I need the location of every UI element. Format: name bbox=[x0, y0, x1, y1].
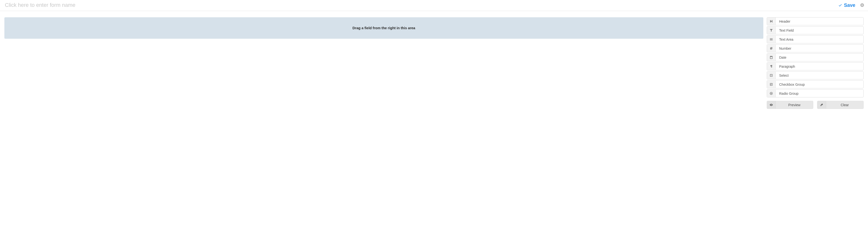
field-item-checkbox-group[interactable]: Checkbox Group bbox=[767, 80, 864, 88]
form-canvas-dropzone[interactable]: Drag a field from the right in this area bbox=[4, 17, 763, 39]
field-item-label: Checkbox Group bbox=[776, 81, 808, 88]
field-item-label: Radio Group bbox=[776, 90, 802, 97]
text-area-icon bbox=[767, 36, 776, 43]
field-item-header[interactable]: Header bbox=[767, 17, 864, 25]
field-item-label: Text Area bbox=[776, 36, 797, 43]
save-button-label: Save bbox=[844, 2, 855, 8]
header-icon bbox=[767, 18, 776, 25]
palette-actions: Preview Clear bbox=[767, 101, 864, 109]
field-item-label: Text Field bbox=[776, 27, 797, 34]
topbar-actions: Save bbox=[838, 2, 865, 8]
form-name-input[interactable] bbox=[5, 2, 838, 8]
checkbox-group-icon bbox=[767, 81, 776, 88]
field-item-label: Select bbox=[776, 71, 792, 79]
save-button[interactable]: Save bbox=[838, 2, 855, 8]
field-item-number[interactable]: Number bbox=[767, 44, 864, 52]
close-button[interactable] bbox=[860, 3, 865, 7]
canvas-empty-hint: Drag a field from the right in this area bbox=[352, 26, 415, 30]
date-icon bbox=[767, 54, 776, 61]
topbar: Save bbox=[0, 0, 868, 11]
field-palette: Header Text Field Text Area Number Date … bbox=[767, 17, 864, 109]
field-item-paragraph[interactable]: Paragraph bbox=[767, 62, 864, 70]
eye-icon bbox=[767, 101, 776, 109]
builder-body: Drag a field from the right in this area… bbox=[0, 11, 868, 113]
text-field-icon bbox=[767, 27, 776, 34]
paragraph-icon bbox=[767, 63, 776, 70]
field-item-radio-group[interactable]: Radio Group bbox=[767, 89, 864, 97]
field-item-label: Date bbox=[776, 54, 790, 61]
preview-button-label: Preview bbox=[776, 101, 813, 109]
field-item-label: Header bbox=[776, 18, 794, 25]
eraser-icon bbox=[817, 101, 826, 109]
field-item-label: Paragraph bbox=[776, 63, 798, 70]
close-icon bbox=[860, 3, 864, 7]
number-icon bbox=[767, 44, 776, 52]
radio-group-icon bbox=[767, 90, 776, 97]
clear-button-label: Clear bbox=[826, 101, 863, 109]
field-item-date[interactable]: Date bbox=[767, 53, 864, 61]
field-item-text-area[interactable]: Text Area bbox=[767, 35, 864, 43]
field-item-select[interactable]: Select bbox=[767, 71, 864, 80]
field-item-label: Number bbox=[776, 44, 795, 52]
clear-button[interactable]: Clear bbox=[817, 101, 864, 109]
field-item-text-field[interactable]: Text Field bbox=[767, 26, 864, 34]
select-icon bbox=[767, 71, 776, 79]
check-icon bbox=[838, 3, 842, 7]
preview-button[interactable]: Preview bbox=[767, 101, 813, 109]
